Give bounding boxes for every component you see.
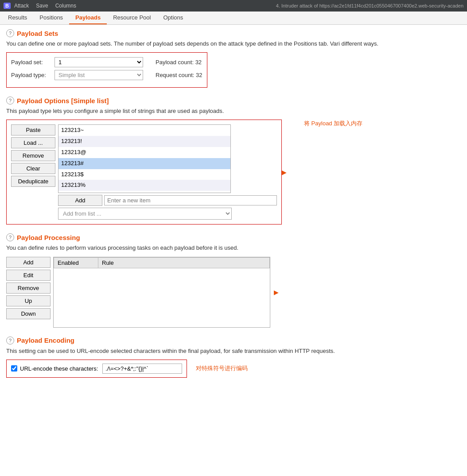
tab-positions[interactable]: Positions bbox=[33, 12, 69, 24]
payload-processing-help-icon[interactable]: ? bbox=[6, 233, 14, 241]
list-item[interactable]: 123213# bbox=[58, 158, 230, 169]
list-item[interactable]: 123213^ bbox=[58, 191, 230, 193]
payload-sets-controls: Payload set: 1 Payload count: 32 Payload… bbox=[6, 52, 207, 88]
processing-add-button[interactable]: Add bbox=[6, 257, 51, 268]
payload-sets-desc: You can define one or more payload sets.… bbox=[6, 40, 461, 48]
payload-options-hint: 将 Payload 加载入内存 bbox=[304, 120, 362, 128]
payload-action-buttons: Paste Load ... Remove Clear Deduplicate bbox=[11, 124, 55, 220]
payload-type-row: Payload type: Simple list Request count:… bbox=[11, 70, 202, 80]
remove-button[interactable]: Remove bbox=[11, 150, 55, 161]
payload-options-header: ? Payload Options [Simple list] bbox=[6, 97, 461, 104]
title-bar: B Attack Save Columns 4. Intruder attack… bbox=[0, 0, 467, 12]
tab-payloads[interactable]: Payloads bbox=[69, 12, 107, 24]
list-item[interactable]: 123213@ bbox=[58, 147, 230, 158]
processing-table: Enabled Rule bbox=[53, 257, 270, 328]
encoding-chars-input[interactable] bbox=[102, 364, 182, 374]
add-from-list: Add from list ... bbox=[58, 208, 277, 220]
add-row: Add bbox=[58, 195, 277, 206]
scroll-arrow-icon: ▶ bbox=[282, 169, 287, 176]
payload-processing-desc: You can define rules to perform various … bbox=[6, 244, 461, 252]
tab-results[interactable]: Results bbox=[2, 12, 33, 24]
col-enabled: Enabled bbox=[54, 257, 98, 268]
menu-attack[interactable]: Attack bbox=[14, 3, 29, 9]
payload-type-label: Payload type: bbox=[11, 72, 51, 78]
payload-encoding-desc: This setting can be used to URL-encode s… bbox=[6, 347, 461, 355]
url-encode-label-text: URL-encode these characters: bbox=[20, 365, 98, 372]
menu-save[interactable]: Save bbox=[36, 3, 48, 9]
payload-list-area: 123213~123213!123213@123213#123213$12321… bbox=[58, 124, 277, 220]
processing-buttons: Add Edit Remove Up Down bbox=[6, 257, 51, 328]
payload-processing-header: ? Payload Processing bbox=[6, 233, 461, 241]
col-rule: Rule bbox=[98, 257, 270, 268]
main-content: ? Payload Sets You can define one or mor… bbox=[0, 25, 467, 391]
payload-options-box: Paste Load ... Remove Clear Deduplicate … bbox=[6, 120, 282, 224]
add-from-list-select[interactable]: Add from list ... bbox=[58, 208, 232, 220]
list-item[interactable]: 123213! bbox=[58, 136, 230, 147]
payload-sets-help-icon[interactable]: ? bbox=[6, 29, 14, 37]
encoding-area: URL-encode these characters: bbox=[6, 360, 187, 378]
processing-edit-button[interactable]: Edit bbox=[6, 270, 51, 281]
tab-resource-pool[interactable]: Resource Pool bbox=[107, 12, 157, 24]
payload-set-row: Payload set: 1 Payload count: 32 bbox=[11, 57, 202, 67]
payload-processing-title: Payload Processing bbox=[17, 234, 80, 241]
app-icon: B bbox=[4, 3, 11, 9]
tab-options[interactable]: Options bbox=[157, 12, 189, 24]
encoding-hint: 对特殊符号进行编码 bbox=[196, 364, 248, 372]
processing-remove-button[interactable]: Remove bbox=[6, 283, 51, 294]
add-button[interactable]: Add bbox=[58, 195, 102, 206]
payload-type-select[interactable]: Simple list bbox=[54, 70, 143, 80]
processing-table-area: Add Edit Remove Up Down Enabled Rule bbox=[6, 257, 270, 328]
payload-count: Payload count: 32 bbox=[156, 59, 202, 66]
payload-options-inner: Paste Load ... Remove Clear Deduplicate … bbox=[11, 124, 277, 220]
payload-options-section: ? Payload Options [Simple list] This pay… bbox=[6, 97, 461, 224]
url-encode-checkbox[interactable] bbox=[11, 365, 17, 372]
payload-set-label: Payload set: bbox=[11, 59, 51, 66]
tab-bar: Results Positions Payloads Resource Pool… bbox=[0, 12, 467, 25]
request-count: Request count: 32 bbox=[156, 72, 202, 78]
add-item-input[interactable] bbox=[104, 195, 277, 205]
list-item[interactable]: 123213% bbox=[58, 180, 230, 191]
processing-scroll-arrow-icon: ▶ bbox=[274, 289, 279, 296]
menu-bar: Attack Save Columns bbox=[14, 3, 76, 9]
list-item[interactable]: 123213$ bbox=[58, 169, 230, 180]
clear-button[interactable]: Clear bbox=[11, 163, 55, 174]
payload-sets-header: ? Payload Sets bbox=[6, 29, 461, 37]
payload-options-help-icon[interactable]: ? bbox=[6, 97, 14, 104]
processing-scroll-area: Add Edit Remove Up Down Enabled Rule bbox=[6, 257, 461, 328]
load-button[interactable]: Load ... bbox=[11, 137, 55, 148]
window-title: 4. Intruder attack of https://ac2e1fd11f… bbox=[276, 3, 463, 8]
paste-button[interactable]: Paste bbox=[11, 124, 55, 135]
list-item[interactable]: 123213~ bbox=[58, 125, 230, 136]
processing-down-button[interactable]: Down bbox=[6, 308, 51, 319]
payload-options-desc: This payload type lets you configure a s… bbox=[6, 107, 461, 115]
processing-up-button[interactable]: Up bbox=[6, 295, 51, 306]
payload-processing-section: ? Payload Processing You can define rule… bbox=[6, 233, 461, 327]
payload-encoding-header: ? Payload Encoding bbox=[6, 337, 461, 344]
payload-options-title: Payload Options [Simple list] bbox=[17, 97, 109, 104]
deduplicate-button[interactable]: Deduplicate bbox=[11, 176, 55, 187]
payload-encoding-section: ? Payload Encoding This setting can be u… bbox=[6, 337, 461, 378]
menu-columns[interactable]: Columns bbox=[55, 3, 76, 9]
payload-encoding-title: Payload Encoding bbox=[17, 337, 74, 344]
payload-sets-title: Payload Sets bbox=[17, 30, 58, 37]
payload-sets-section: ? Payload Sets You can define one or mor… bbox=[6, 29, 461, 88]
payload-list[interactable]: 123213~123213!123213@123213#123213$12321… bbox=[58, 124, 231, 193]
payload-set-select[interactable]: 1 bbox=[54, 57, 143, 67]
url-encode-label: URL-encode these characters: bbox=[11, 365, 98, 372]
payload-encoding-help-icon[interactable]: ? bbox=[6, 337, 14, 344]
